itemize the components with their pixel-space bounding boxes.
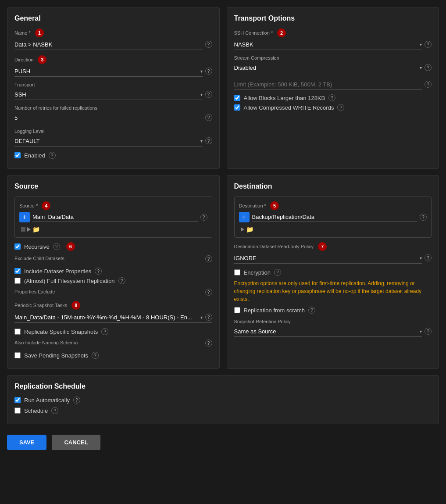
periodic-badge: 8 bbox=[71, 301, 80, 310]
enabled-row: Enabled ? bbox=[14, 152, 212, 159]
include-props-label: Include Dataset Properties bbox=[24, 268, 91, 275]
direction-badge: 3 bbox=[38, 55, 46, 64]
allow-blocks-row: Allow Blocks Larger than 128KB ? bbox=[234, 94, 432, 101]
allow-blocks-help-icon[interactable]: ? bbox=[328, 94, 335, 101]
allow-blocks-checkbox[interactable] bbox=[234, 95, 240, 101]
exclude-help-icon[interactable]: ? bbox=[205, 255, 212, 262]
include-props-help-icon[interactable]: ? bbox=[95, 268, 102, 275]
dest-add-button[interactable]: + bbox=[239, 212, 250, 222]
retention-label: Snapshot Retention Policy bbox=[234, 319, 432, 324]
encryption-label: Encryption bbox=[244, 269, 271, 276]
run-auto-help-icon[interactable]: ? bbox=[73, 397, 80, 404]
source-field-label: Source * 4 bbox=[19, 201, 207, 210]
recursive-label: Recursive bbox=[24, 243, 50, 250]
periodic-help-icon[interactable]: ? bbox=[205, 314, 212, 321]
name-field-group: Name * 1 Data > NASBK ? bbox=[14, 29, 212, 50]
source-folder-row: 📁 bbox=[19, 226, 207, 233]
enabled-checkbox[interactable] bbox=[14, 152, 21, 158]
transport-options-section: Transport Options SSH Connection * 2 NAS… bbox=[227, 7, 439, 169]
stream-arrow: ▾ bbox=[420, 65, 422, 70]
cancel-button[interactable]: CANCEL bbox=[52, 435, 100, 450]
stream-help-icon[interactable]: ? bbox=[425, 64, 432, 71]
retention-dropdown[interactable]: Same as Source ▾ bbox=[234, 325, 422, 337]
limit-field-group: ? bbox=[234, 79, 432, 90]
recursive-help-icon[interactable]: ? bbox=[53, 243, 60, 250]
direction-help-icon[interactable]: ? bbox=[205, 68, 212, 75]
readonly-arrow: ▾ bbox=[420, 256, 422, 261]
periodic-row: Main_Data/Data - 15M-auto-%Y-%m-%d_%H-%M… bbox=[14, 311, 212, 323]
ssh-help-icon[interactable]: ? bbox=[425, 41, 432, 48]
allow-blocks-label: Allow Blocks Larger than 128KB bbox=[244, 95, 325, 101]
stream-label: Stream Compression bbox=[234, 55, 432, 61]
full-filesystem-checkbox[interactable] bbox=[14, 278, 21, 284]
direction-field-group: Direction 3 PUSH ▾ ? bbox=[14, 55, 212, 77]
ssh-dropdown[interactable]: NASBK ▾ bbox=[234, 39, 422, 50]
ssh-conn-field-group: SSH Connection * 2 NASBK ▾ ? bbox=[234, 29, 432, 50]
retries-label: Number of retries for failed replication… bbox=[14, 105, 212, 111]
recursive-badge: 6 bbox=[66, 242, 75, 251]
replication-scratch-help-icon[interactable]: ? bbox=[308, 307, 315, 314]
save-button[interactable]: SAVE bbox=[7, 435, 46, 450]
allow-compressed-help-icon[interactable]: ? bbox=[337, 104, 344, 111]
stream-dropdown[interactable]: Disabled ▾ bbox=[234, 62, 422, 73]
replication-scratch-row: Replication from scratch ? bbox=[234, 307, 432, 314]
full-filesystem-label: (Almost) Full Filesystem Replication bbox=[24, 278, 115, 284]
recursive-checkbox[interactable] bbox=[14, 243, 21, 250]
replicate-specific-help-icon[interactable]: ? bbox=[101, 328, 108, 335]
naming-schema-label: Also Include Naming Schema bbox=[14, 340, 203, 345]
readonly-dropdown[interactable]: IGNORE ▾ bbox=[234, 252, 422, 264]
naming-schema-help-icon[interactable]: ? bbox=[205, 340, 212, 347]
readonly-badge: 7 bbox=[318, 242, 327, 251]
save-pending-help-icon[interactable]: ? bbox=[92, 352, 99, 359]
enabled-help-icon[interactable]: ? bbox=[49, 152, 56, 159]
source-add-button[interactable]: + bbox=[19, 212, 30, 222]
periodic-arrow: ▾ bbox=[200, 315, 203, 320]
schedule-checkbox[interactable] bbox=[14, 407, 21, 414]
properties-exclude-help-icon[interactable]: ? bbox=[205, 289, 212, 296]
ssh-badge: 2 bbox=[277, 29, 286, 37]
source-box: Source * 4 + ? 📁 bbox=[14, 197, 212, 238]
direction-dropdown[interactable]: PUSH ▾ bbox=[14, 65, 203, 77]
transport-dropdown[interactable]: SSH ▾ bbox=[14, 89, 203, 100]
properties-exclude-group: Properties Exclude ? bbox=[14, 289, 212, 296]
dest-folder-icon: 📁 bbox=[246, 226, 253, 233]
full-filesystem-help-icon[interactable]: ? bbox=[118, 277, 125, 284]
save-pending-checkbox[interactable] bbox=[14, 352, 21, 358]
source-help-icon[interactable]: ? bbox=[200, 214, 207, 221]
footer-buttons: SAVE CANCEL bbox=[7, 430, 439, 450]
source-path-input[interactable] bbox=[32, 213, 198, 222]
transport-field-group: Transport SSH ▾ ? bbox=[14, 82, 212, 100]
readonly-help-icon[interactable]: ? bbox=[425, 254, 432, 261]
encryption-checkbox[interactable] bbox=[234, 269, 240, 275]
replicate-specific-checkbox[interactable] bbox=[14, 329, 21, 335]
dest-badge: 5 bbox=[270, 201, 279, 210]
source-title: Source bbox=[14, 182, 212, 190]
logging-field-group: Logging Level DEFAULT ▾ ? bbox=[14, 129, 212, 147]
dest-folder-row: 📁 bbox=[239, 226, 427, 233]
limit-input[interactable] bbox=[234, 79, 422, 90]
run-auto-checkbox[interactable] bbox=[14, 397, 21, 403]
transport-help-icon[interactable]: ? bbox=[205, 91, 212, 98]
dest-path-input[interactable] bbox=[252, 213, 417, 222]
general-section: General Name * 1 Data > NASBK ? Directio… bbox=[7, 7, 220, 169]
limit-help-icon[interactable]: ? bbox=[425, 81, 432, 88]
schedule-help-icon[interactable]: ? bbox=[51, 407, 58, 414]
replicate-specific-label: Replicate Specific Snapshots bbox=[24, 329, 98, 335]
logging-label: Logging Level bbox=[14, 129, 212, 134]
dest-help-icon[interactable]: ? bbox=[420, 214, 427, 221]
retries-help-icon[interactable]: ? bbox=[205, 114, 212, 121]
name-help-icon[interactable]: ? bbox=[205, 41, 212, 48]
retention-help-icon[interactable]: ? bbox=[425, 328, 432, 335]
replication-scratch-checkbox[interactable] bbox=[234, 307, 240, 313]
dest-field-label: Destination * 5 bbox=[239, 201, 427, 210]
include-props-checkbox[interactable] bbox=[14, 268, 21, 274]
allow-compressed-checkbox[interactable] bbox=[234, 104, 240, 111]
retries-value: 5 bbox=[14, 112, 203, 123]
encryption-help-icon[interactable]: ? bbox=[274, 269, 281, 276]
include-props-row: Include Dataset Properties ? bbox=[14, 268, 212, 275]
stream-compression-field-group: Stream Compression Disabled ▾ ? bbox=[234, 55, 432, 73]
transport-label: Transport bbox=[14, 82, 212, 87]
logging-help-icon[interactable]: ? bbox=[205, 137, 212, 144]
logging-dropdown[interactable]: DEFAULT ▾ bbox=[14, 135, 203, 147]
source-badge: 4 bbox=[42, 201, 50, 210]
